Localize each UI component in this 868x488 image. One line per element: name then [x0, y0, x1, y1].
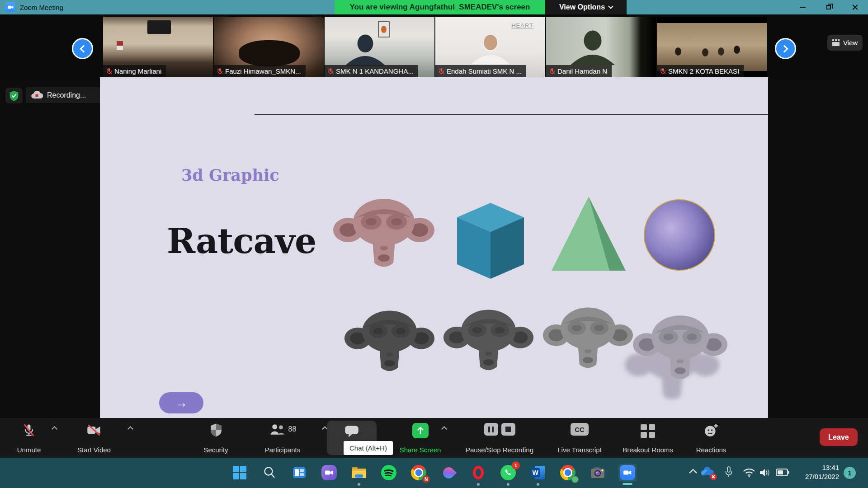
- view-layout-button[interactable]: View: [827, 35, 863, 51]
- share-screen-button[interactable]: Share Screen: [385, 418, 455, 458]
- video-tile-smkn1[interactable]: SMK N 1 KANDANGHA...: [325, 17, 434, 77]
- chrome-button[interactable]: N: [410, 464, 428, 482]
- person-silhouette: [338, 33, 392, 66]
- share-screen-label: Share Screen: [400, 446, 441, 454]
- restore-icon: [826, 5, 831, 9]
- cone-green: [550, 196, 627, 273]
- security-button[interactable]: Security: [181, 418, 251, 458]
- whatsapp-button[interactable]: 1: [499, 464, 517, 482]
- whatsapp-unread-badge: 1: [512, 461, 520, 469]
- spotify-waves: [381, 465, 396, 480]
- participant-name: Endah Sumiati SMK N ...: [447, 67, 522, 75]
- camera-app-button[interactable]: [589, 464, 607, 482]
- start-video-button[interactable]: Start Video: [62, 418, 126, 458]
- participants-count: 88: [288, 425, 297, 433]
- slide-divider-line: [255, 114, 768, 115]
- sync-error-badge: [710, 473, 717, 480]
- restore-button[interactable]: [816, 0, 842, 14]
- start-button[interactable]: [231, 464, 249, 482]
- chrome-extension-badge: [571, 476, 579, 483]
- participant-name-pill: Fauzi Himawan_SMKN...: [214, 65, 306, 77]
- zoom-toolbar: Unmute Start Video Security 88 Pa: [0, 418, 868, 458]
- live-transcript-label: Live Transcript: [557, 446, 602, 454]
- pause-stop-recording-button[interactable]: Pause/Stop Recording: [454, 418, 545, 458]
- file-explorer-button[interactable]: [350, 464, 368, 482]
- zoom-icon: [620, 465, 635, 480]
- zoom-taskbar-button[interactable]: [618, 464, 637, 482]
- video-tile-fauzi[interactable]: Fauzi Himawan_SMKN...: [214, 17, 324, 77]
- previous-videos-button[interactable]: [72, 38, 93, 59]
- video-tile-endah[interactable]: HEART Endah Sumiati SMK N ...: [435, 17, 545, 77]
- tray-time: 13:41: [794, 463, 839, 472]
- chevron-left-icon: [80, 45, 88, 52]
- tile-decor: [239, 40, 300, 66]
- stop-icon[interactable]: [501, 423, 515, 436]
- file-explorer-icon: [351, 466, 367, 479]
- participants-button[interactable]: 88 Participants: [246, 418, 319, 458]
- participant-name-pill: Endah Sumiati SMK N ...: [435, 65, 526, 77]
- view-options-label: View Options: [559, 3, 605, 11]
- live-transcript-button[interactable]: CC Live Transcript: [548, 418, 611, 458]
- reactions-button[interactable]: Reactions: [686, 418, 736, 458]
- next-videos-button[interactable]: [775, 38, 796, 59]
- minimize-button[interactable]: [789, 0, 816, 14]
- security-label: Security: [203, 446, 228, 454]
- windows-start-icon: [233, 466, 246, 479]
- running-indicator-dot: [507, 483, 509, 486]
- video-options-caret[interactable]: [127, 426, 133, 432]
- speaker-tray-icon[interactable]: [759, 467, 772, 478]
- video-chat-app-icon: [321, 465, 337, 480]
- window-title: Zoom Meeting: [20, 4, 63, 11]
- spotify-button[interactable]: [380, 464, 398, 482]
- notification-count-badge[interactable]: 1: [844, 467, 856, 479]
- person-silhouette: [563, 28, 622, 66]
- gradient-drop-app-button[interactable]: [439, 464, 458, 482]
- window-titlebar: Zoom Meeting You are viewing Agungfathul…: [0, 0, 868, 14]
- video-tile-smkn2[interactable]: SMKN 2 KOTA BEKASI: [657, 17, 767, 77]
- monkey-head-pink: [332, 193, 436, 274]
- zoom-app-icon: [5, 2, 15, 12]
- camera-app-icon: [590, 466, 605, 479]
- onedrive-tray-icon[interactable]: [701, 467, 714, 479]
- monkey-head-dark-lowpoly: [343, 305, 436, 378]
- right-arrow-icon: →: [175, 396, 188, 410]
- windows-taskbar: N 1 W: [0, 458, 868, 488]
- breakout-rooms-button[interactable]: Breakout Rooms: [614, 418, 682, 458]
- muted-mic-icon: [549, 68, 555, 75]
- microphone-tray-icon[interactable]: [725, 466, 733, 479]
- video-tile-naning[interactable]: Naning Marliani: [103, 17, 213, 77]
- video-tile-danil[interactable]: Danil Hamdan N: [546, 17, 656, 77]
- task-view-icon: [292, 465, 307, 480]
- breakout-rooms-icon: [641, 424, 655, 438]
- tray-chevron-up-icon[interactable]: [688, 468, 698, 474]
- muted-mic-icon: [217, 68, 223, 75]
- opera-icon: [473, 466, 484, 479]
- tile-decor: [484, 35, 497, 50]
- chrome-profile-badge: N: [422, 475, 430, 483]
- meeting-security-indicator[interactable]: [5, 88, 23, 103]
- reactions-smiley-icon: [703, 423, 719, 437]
- close-button[interactable]: [842, 0, 868, 14]
- sphere-purple: [644, 199, 715, 271]
- task-view-button[interactable]: [290, 464, 308, 482]
- camera-icon: [623, 469, 632, 476]
- battery-tray-icon[interactable]: [776, 469, 789, 476]
- view-layout-label: View: [843, 39, 858, 47]
- leave-button[interactable]: Leave: [820, 428, 858, 446]
- search-button[interactable]: [260, 464, 278, 482]
- chrome-secondary-button[interactable]: [559, 464, 577, 482]
- participant-name: Danil Hamdan N: [557, 67, 607, 75]
- participants-label: Participants: [265, 446, 300, 454]
- minimize-icon: [800, 7, 806, 8]
- word-button[interactable]: W: [529, 464, 547, 482]
- slide-next-arrow-button: →: [159, 392, 203, 413]
- view-options-button[interactable]: View Options: [545, 0, 627, 14]
- wifi-tray-icon[interactable]: [742, 468, 756, 478]
- unmute-button[interactable]: Unmute: [4, 418, 54, 458]
- participant-name: SMKN 2 KOTA BEKASI: [668, 67, 739, 75]
- tile-decor: [147, 20, 171, 34]
- tray-clock[interactable]: 13:41 27/01/2022: [794, 463, 839, 481]
- chat-app-button[interactable]: [320, 464, 338, 482]
- pause-icon[interactable]: [484, 423, 498, 436]
- opera-button[interactable]: [469, 464, 487, 482]
